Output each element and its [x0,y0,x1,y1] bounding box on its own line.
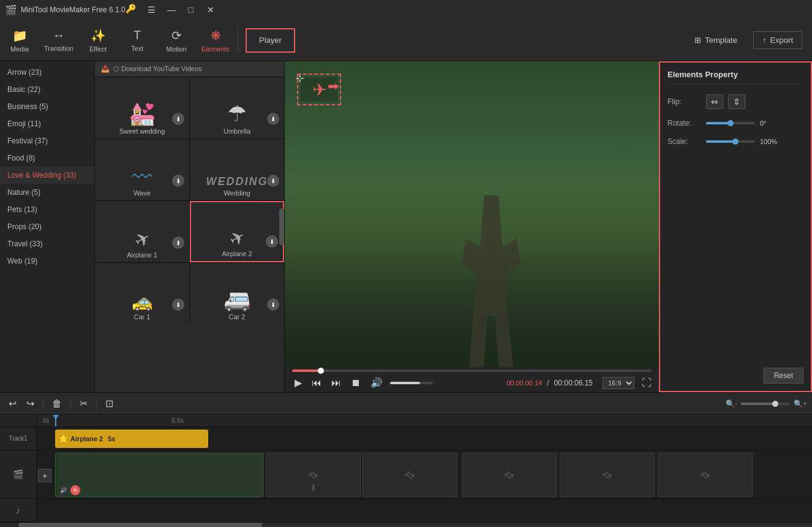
transition-placeholder-1[interactable]: ⇄ ⬇ [266,453,361,497]
track-labels: Track1 🎬 ♪ [0,415,37,522]
minimize-button[interactable]: — [163,4,180,16]
playhead-triangle [53,415,59,420]
export-button[interactable]: ↑ Export [753,31,802,49]
reset-button[interactable]: Reset [764,368,803,384]
transition-tab[interactable]: ↔ Transition [39,21,78,60]
sidebar-item-arrow[interactable]: Arrow (23) [0,64,94,81]
elements-tab[interactable]: ❋ Elements [196,21,235,60]
element-umbrella[interactable]: ☂ Umbrella ⬇ [190,77,284,138]
airplane2-icon: ✈ [226,227,249,250]
flip-label: Flip: [667,97,701,106]
menu-button[interactable]: ☰ [143,4,160,16]
element-wedding[interactable]: WEDDING Wedding ⬇ [190,139,284,200]
element-car2[interactable]: 🚐 Car 2 ⬇ [190,263,284,324]
scale-slider[interactable] [706,140,755,143]
zoom-thumb[interactable] [772,401,778,407]
element-airplane2[interactable]: ✈ Airplane 2 ⬇ [190,201,284,262]
scrollbar-thumb[interactable] [18,523,262,527]
element-sweet-wedding[interactable]: 💒 Sweet wedding ⬇ [95,77,189,138]
crop-button[interactable]: ⊡ [102,395,117,412]
sidebar-item-pets[interactable]: Pets (13) [0,201,94,218]
volume-button[interactable]: 🔊 [368,376,385,390]
move-cursor-icon: ⊹ [296,72,304,84]
element-name-airplane2: Airplane 2 [222,250,252,257]
timeline-scrollbar[interactable] [0,522,812,527]
scale-thumb[interactable] [732,138,739,145]
fullscreen-button[interactable]: ⛶ [642,377,652,389]
elements-label: Elements [201,45,230,53]
rotate-row: Rotate: 0° [667,119,803,127]
flip-vertical-button[interactable]: ⇕ [728,94,745,109]
rotate-slider[interactable] [706,122,755,124]
airplane1-download[interactable]: ⬇ [172,237,184,249]
sidebar-item-web[interactable]: Web (19) [0,252,94,270]
video-container[interactable]: ⊹ ✈ ➡ [285,61,659,367]
close-button[interactable]: ✕ [202,4,219,16]
prev-button[interactable]: ⏮ [309,376,324,390]
element-wave[interactable]: 〰 Wave ⬇ [95,139,189,200]
zoom-slider[interactable] [741,403,790,405]
sidebar-item-love-wedding[interactable]: Love & Wedding (33) [0,167,94,184]
flip-horizontal-button[interactable]: ⇔ [706,94,723,109]
sidebar-item-festival[interactable]: Festival (37) [0,132,94,150]
play-button[interactable]: ▶ [292,376,304,390]
redo-button[interactable]: ↪ [23,395,38,412]
progress-thumb[interactable] [318,368,324,374]
transition-placeholder-2[interactable]: ⇄ [363,453,457,497]
template-button[interactable]: ⊞ Template [686,32,746,48]
motion-tab[interactable]: ⟳ Motion [157,21,196,60]
timeline-tracks[interactable]: 0s 6.6s ⭐ Airplane 2 5s + + [37,415,812,522]
motion-label: Motion [166,45,186,53]
cut-button[interactable]: ✂ [76,395,91,412]
video-clip[interactable]: 🔊 ✕ [55,453,263,497]
element-track-name: Airplane 2 [70,435,103,442]
sidebar-item-emoji[interactable]: Emoji (11) [0,115,94,132]
video-track-icon: 🎬 [13,469,23,479]
media-tab[interactable]: 📁 Media [0,21,39,60]
sidebar-item-business[interactable]: Business (5) [0,98,94,115]
player-button[interactable]: Player [246,28,295,53]
add-media-button[interactable]: + [38,469,51,482]
effect-label: Effect [89,45,107,53]
transition-placeholder-4[interactable]: ⇄ [560,453,655,497]
effect-tab[interactable]: ✨ Effect [78,21,118,60]
aspect-ratio-select[interactable]: 16:9 9:16 1:1 4:3 [603,377,634,389]
maximize-button[interactable]: □ [182,4,200,16]
wave-download[interactable]: ⬇ [172,175,184,187]
transition-icon: ↔ [53,28,65,42]
sidebar-item-basic[interactable]: Basic (22) [0,81,94,98]
text-tab[interactable]: T Text [118,21,157,60]
airplane2-element-track[interactable]: ⭐ Airplane 2 5s [55,430,208,448]
sidebar-item-nature[interactable]: Nature (5) [0,184,94,201]
element-car1[interactable]: 🚕 Car 1 ⬇ [95,263,189,324]
wedding-download[interactable]: ⬇ [267,175,279,187]
undo-button[interactable]: ↩ [5,395,20,412]
car2-icon: 🚐 [224,289,251,311]
airplane2-download[interactable]: ⬇ [266,235,278,248]
transition-placeholder-5[interactable]: ⇄ [658,453,753,497]
add-media-icon: + [42,471,47,480]
stop-button[interactable]: ⏹ [348,376,363,390]
car1-download[interactable]: ⬇ [172,298,184,311]
sweet-wedding-download[interactable]: ⬇ [172,113,184,125]
sidebar-item-food[interactable]: Food (8) [0,150,94,167]
progress-bar[interactable] [292,370,652,372]
export-icon: ↑ [762,36,767,45]
playhead[interactable] [55,415,56,427]
flip-row: Flip: ⇔ ⇕ [667,94,803,109]
element-airplane1[interactable]: ✈ Airplane 1 ⬇ [95,201,189,262]
rotate-thumb[interactable] [727,120,734,126]
element-name-sweet-wedding: Sweet wedding [119,127,165,135]
car2-download[interactable]: ⬇ [267,298,279,311]
next-button[interactable]: ⏭ [329,376,344,390]
sidebar-item-travel[interactable]: Travel (33) [0,235,94,252]
delete-button[interactable]: 🗑 [48,396,66,412]
umbrella-download[interactable]: ⬇ [267,113,279,125]
scale-fill [706,140,735,143]
volume-slider[interactable] [390,382,433,384]
panel-title: Elements Property [667,70,803,85]
transition-arrow-1: ⇄ [305,467,321,483]
transition-placeholder-3[interactable]: ⇄ [462,453,557,497]
sidebar-item-props[interactable]: Props (20) [0,218,94,235]
download-bar[interactable]: 📥 ⬡ Download YouTube Videos [95,61,284,77]
